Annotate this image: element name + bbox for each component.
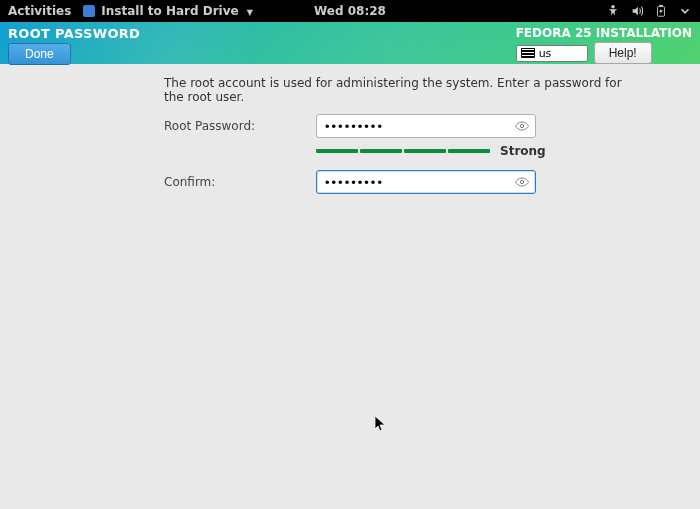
gnome-top-bar: Activities Install to Hard Drive Wed 08:…: [0, 0, 700, 22]
show-password-icon[interactable]: [514, 120, 530, 132]
intro-text: The root account is used for administeri…: [164, 76, 636, 104]
svg-rect-2: [659, 5, 663, 7]
accessibility-icon[interactable]: [606, 4, 620, 18]
root-password-label: Root Password:: [164, 119, 316, 133]
done-button[interactable]: Done: [8, 43, 71, 65]
chevron-down-icon: [245, 4, 253, 18]
current-app-menu[interactable]: Install to Hard Drive: [83, 4, 252, 18]
current-app-label: Install to Hard Drive: [101, 4, 238, 18]
chevron-down-icon[interactable]: [678, 4, 692, 18]
keyboard-layout-indicator[interactable]: us: [516, 45, 588, 62]
root-password-input[interactable]: [316, 114, 536, 138]
confirm-password-label: Confirm:: [164, 175, 316, 189]
password-strength-label: Strong: [500, 144, 546, 158]
battery-icon[interactable]: [654, 4, 668, 18]
keyboard-layout-label: us: [539, 47, 552, 60]
confirm-password-input[interactable]: [316, 170, 536, 194]
main-content: The root account is used for administeri…: [0, 64, 700, 194]
page-title: ROOT PASSWORD: [8, 26, 140, 41]
clock[interactable]: Wed 08:28: [314, 4, 386, 18]
svg-point-0: [611, 5, 615, 9]
help-button[interactable]: Help!: [594, 42, 652, 64]
drive-icon: [83, 5, 95, 17]
activities-button[interactable]: Activities: [8, 4, 71, 18]
installation-subtitle: FEDORA 25 INSTALLATION: [516, 26, 692, 40]
svg-point-4: [520, 180, 523, 183]
show-confirm-password-icon[interactable]: [514, 176, 530, 188]
anaconda-header: ROOT PASSWORD Done FEDORA 25 INSTALLATIO…: [0, 22, 700, 64]
volume-icon[interactable]: [630, 4, 644, 18]
mouse-cursor: [374, 415, 386, 436]
password-strength-meter: [316, 149, 490, 153]
svg-point-3: [520, 124, 523, 127]
keyboard-icon: [521, 48, 535, 58]
